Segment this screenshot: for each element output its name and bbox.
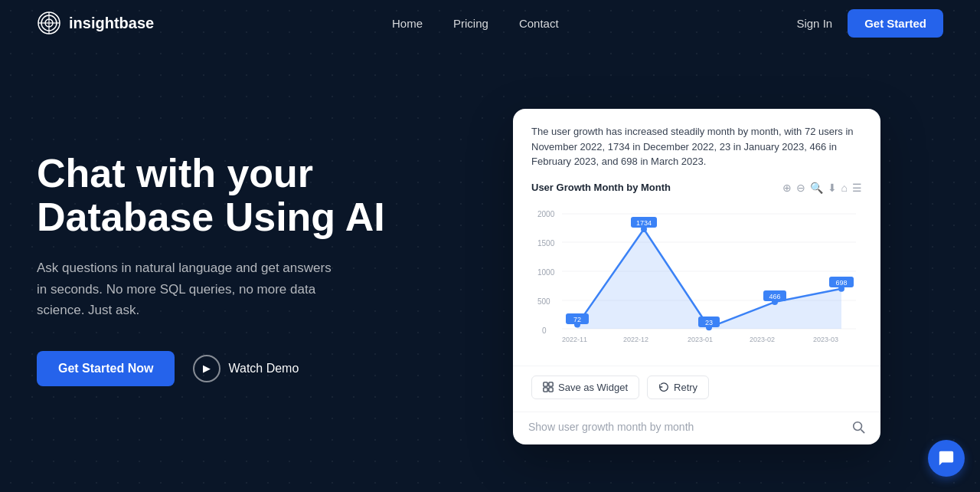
watch-demo-button[interactable]: ▶ Watch Demo: [193, 355, 299, 382]
chat-bubble-button[interactable]: [928, 440, 965, 477]
download-icon[interactable]: ⬇: [828, 182, 837, 194]
svg-text:1500: 1500: [537, 239, 555, 248]
svg-text:2022-11: 2022-11: [562, 336, 587, 343]
zoom-minus-icon[interactable]: ⊖: [796, 182, 805, 194]
chat-input[interactable]: [528, 421, 845, 433]
navbar: insightbase Home Pricing Contact Sign In…: [0, 0, 980, 46]
svg-text:500: 500: [537, 297, 550, 306]
home-chart-icon[interactable]: ⌂: [841, 182, 848, 194]
svg-text:466: 466: [769, 293, 780, 300]
hero-subtitle: Ask questions in natural language and ge…: [37, 257, 343, 320]
get-started-nav-button[interactable]: Get Started: [848, 9, 943, 38]
sign-in-button[interactable]: Sign In: [796, 17, 832, 30]
nav-right: Sign In Get Started: [796, 9, 943, 38]
retry-icon: [658, 382, 669, 392]
hero-section: Chat with your Database Using AI Ask que…: [37, 152, 404, 386]
nav-pricing[interactable]: Pricing: [453, 17, 488, 30]
chart-section: The user growth has increased steadily m…: [513, 109, 880, 366]
svg-text:2023-01: 2023-01: [688, 336, 713, 343]
save-widget-label: Save as Widget: [558, 382, 628, 393]
svg-rect-31: [549, 382, 553, 386]
svg-text:23: 23: [705, 319, 713, 326]
chart-area: [577, 229, 841, 329]
main-content: Chat with your Database Using AI Ask que…: [0, 46, 980, 492]
menu-icon[interactable]: ☰: [852, 182, 862, 194]
svg-rect-30: [544, 382, 547, 386]
svg-text:698: 698: [835, 279, 847, 287]
get-started-now-button[interactable]: Get Started Now: [37, 351, 175, 386]
svg-text:0: 0: [542, 326, 547, 335]
svg-text:1000: 1000: [537, 268, 555, 277]
svg-rect-33: [549, 388, 553, 392]
chart-actions: Save as Widget Retry: [513, 366, 880, 412]
svg-text:2023-03: 2023-03: [813, 336, 838, 343]
chart-toolbar: ⊕ ⊖ 🔍 ⬇ ⌂ ☰: [782, 182, 862, 194]
hero-title: Chat with your Database Using AI: [37, 152, 404, 239]
retry-button[interactable]: Retry: [647, 376, 709, 399]
nav-links: Home Pricing Contact: [392, 17, 559, 30]
svg-line-35: [861, 429, 865, 433]
search-chart-icon[interactable]: 🔍: [810, 182, 823, 194]
svg-rect-32: [544, 388, 547, 392]
logo[interactable]: insightbase: [37, 11, 154, 35]
chat-bubble-icon: [938, 450, 955, 467]
send-icon: [851, 420, 865, 434]
watch-demo-label: Watch Demo: [228, 362, 299, 376]
nav-contact[interactable]: Contact: [519, 17, 559, 30]
chart-svg: 2000 1500 1000 500 0: [531, 200, 862, 353]
brand-name: insightbase: [69, 15, 154, 32]
svg-text:72: 72: [573, 316, 581, 323]
svg-text:1734: 1734: [636, 219, 652, 227]
analysis-text: The user growth has increased steadily m…: [531, 124, 862, 169]
chart-card-wrapper: The user growth has increased steadily m…: [450, 46, 943, 492]
search-send-button[interactable]: [851, 420, 865, 434]
chat-card: The user growth has increased steadily m…: [513, 109, 880, 444]
chat-input-section: [513, 412, 880, 444]
play-icon: ▶: [193, 355, 220, 382]
chart-header: User Growth Month by Month ⊕ ⊖ 🔍 ⬇ ⌂ ☰: [531, 182, 862, 194]
chart-container: 2000 1500 1000 500 0: [531, 200, 862, 353]
logo-icon: [37, 11, 61, 35]
svg-point-34: [854, 421, 862, 430]
svg-text:2022-12: 2022-12: [623, 336, 648, 343]
nav-home[interactable]: Home: [392, 17, 423, 30]
retry-label: Retry: [674, 382, 697, 393]
widget-icon: [543, 382, 554, 392]
svg-text:2000: 2000: [537, 210, 555, 218]
chart-title: User Growth Month by Month: [531, 182, 671, 193]
hero-buttons: Get Started Now ▶ Watch Demo: [37, 351, 404, 386]
zoom-plus-icon[interactable]: ⊕: [782, 182, 792, 194]
save-widget-button[interactable]: Save as Widget: [531, 376, 639, 399]
svg-text:2023-02: 2023-02: [750, 336, 775, 343]
